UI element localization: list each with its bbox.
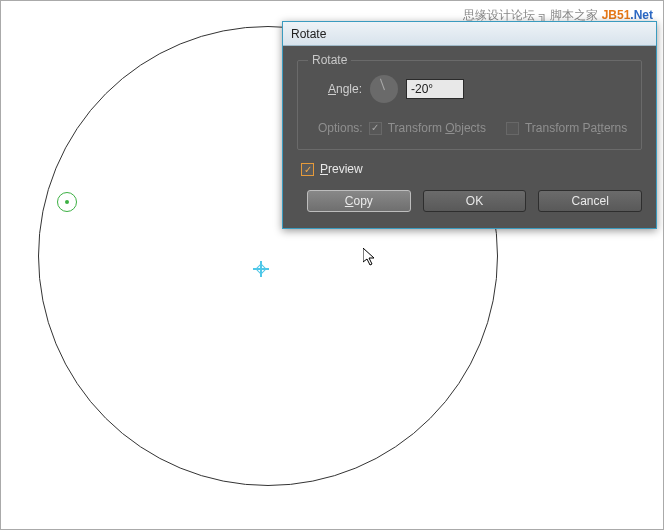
- transform-patterns-label: Transform Patterns: [525, 121, 627, 135]
- rotation-center-icon: [253, 261, 269, 277]
- ok-button[interactable]: OK: [423, 190, 527, 212]
- dialog-titlebar[interactable]: Rotate: [283, 22, 656, 46]
- transform-objects-label: Transform Objects: [388, 121, 486, 135]
- watermark-brand1: JB51: [602, 8, 631, 22]
- artwork-small-green-circle: [57, 192, 77, 212]
- transform-objects-checkbox: [369, 122, 382, 135]
- cancel-button[interactable]: Cancel: [538, 190, 642, 212]
- angle-dial[interactable]: [370, 75, 398, 103]
- rotate-dialog: Rotate Rotate Angle: Options: Transform …: [282, 21, 657, 229]
- angle-input[interactable]: [406, 79, 464, 99]
- options-row: Options: Transform Objects Transform Pat…: [318, 121, 629, 135]
- preview-row: Preview: [301, 162, 642, 176]
- watermark-text: 思缘设计论坛 ╗ 脚本之家: [463, 8, 598, 22]
- options-label: Options:: [318, 121, 363, 135]
- group-legend: Rotate: [308, 53, 351, 67]
- transform-patterns-checkbox: [506, 122, 519, 135]
- copy-button[interactable]: Copy: [307, 190, 411, 212]
- rotate-group: Rotate Angle: Options: Transform Objects…: [297, 60, 642, 150]
- preview-checkbox[interactable]: [301, 163, 314, 176]
- preview-label[interactable]: Preview: [320, 162, 363, 176]
- watermark-brand2: .Net: [630, 8, 653, 22]
- dialog-title: Rotate: [291, 27, 326, 41]
- angle-label: Angle:: [318, 82, 362, 96]
